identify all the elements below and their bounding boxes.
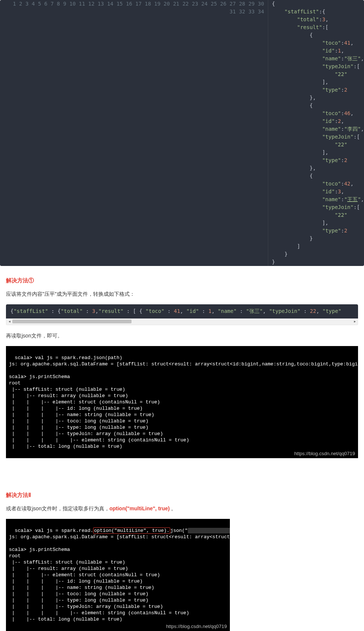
watermark-text: https://blog.csdn.net/qq0719 [166, 623, 227, 630]
json-code-block: 1 2 3 4 5 6 7 8 9 10 11 12 13 14 15 16 1… [0, 0, 364, 266]
solution-heading-1: 解决方法① [6, 277, 364, 284]
scroll-left-arrow[interactable]: ◂ [6, 318, 12, 324]
code-content: { "staffList":{ "total":3, "result":[ { … [268, 0, 364, 266]
scrollbar-thumb[interactable] [12, 320, 132, 323]
para-suffix: 。 [170, 505, 177, 511]
option-multiline-text: option("multiLine", true) [110, 505, 170, 511]
watermark-text: https://blog.csdn.net/qq0719 [294, 450, 355, 457]
solution-1-desc2: 再读取json文件，即可。 [6, 333, 364, 339]
line-numbers: 1 2 3 4 5 6 7 8 9 10 11 12 13 14 15 16 1… [0, 0, 268, 266]
terminal-output-2: scala> val js = spark.read.option("multi… [6, 519, 230, 631]
terminal-text: scala> val js = spark.read.json(path) js… [9, 355, 358, 449]
terminal-text: scala> val js = spark.read.option("multi… [9, 527, 230, 622]
horizontal-scrollbar[interactable]: ◂ ▸ [6, 318, 358, 325]
para-prefix: 或者在读取json文件时，指定读取多行为真， [6, 505, 110, 511]
terminal-output-1: scala> val js = spark.read.json(path) js… [6, 346, 358, 458]
scroll-right-arrow[interactable]: ▸ [352, 318, 358, 324]
flat-json-code: {"staffList" : {"total" : 3,"result" : [… [6, 304, 358, 318]
solution-heading-2: 解决方法Ⅱ [6, 492, 364, 499]
solution-2-desc: 或者在读取json文件时，指定读取多行为真，option("multiLine"… [6, 505, 364, 512]
solution-1-desc: 应该将文件内容"压平"成为平面文件，转换成如下格式： [6, 291, 364, 298]
